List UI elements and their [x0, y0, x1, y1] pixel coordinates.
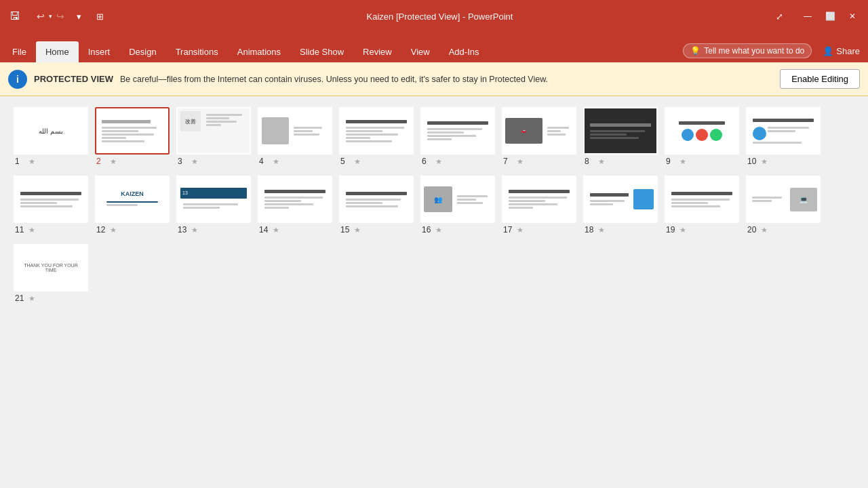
- minimize-button[interactable]: —: [797, 9, 818, 24]
- slide-meta-21: 21 ★: [14, 293, 35, 303]
- slide-item-15[interactable]: 15 ★: [339, 176, 414, 235]
- slide-item-21[interactable]: THANK YOU FOR YOURTIME 21 ★: [14, 244, 88, 303]
- slide-thumb-9: [665, 107, 739, 155]
- slide-item-12[interactable]: KAIZEN 12 ★: [95, 176, 170, 235]
- tab-transitions[interactable]: Transitions: [166, 41, 228, 62]
- slide-thumb-13: 13: [176, 176, 251, 223]
- slide-item-5[interactable]: 5 ★: [339, 107, 414, 166]
- title-bar-right: ⤢ — ⬜ ✕: [770, 9, 863, 24]
- slide-item-14[interactable]: 14 ★: [258, 176, 332, 235]
- undo-dropdown[interactable]: ▾: [49, 13, 52, 20]
- share-button[interactable]: 👤 Share: [817, 44, 865, 58]
- slide-thumb-4: [258, 107, 332, 155]
- tell-me-box[interactable]: 💡 Tell me what you want to do: [683, 43, 812, 58]
- slide-meta-13: 13 ★: [176, 225, 198, 235]
- share-label: Share: [836, 46, 860, 56]
- slide-thumb-18: [583, 176, 658, 223]
- slide-thumb-10: [746, 107, 821, 155]
- tab-file[interactable]: File: [3, 41, 36, 62]
- slide-meta-18: 18 ★: [583, 225, 605, 235]
- slide-meta-9: 9 ★: [665, 157, 686, 166]
- person-icon: 👤: [823, 46, 833, 56]
- slide-item-17[interactable]: 17 ★: [502, 176, 576, 235]
- slide-meta-10: 10 ★: [746, 157, 768, 166]
- slide-meta-1: 1 ★: [14, 157, 35, 166]
- slide-item-11[interactable]: 11 ★: [14, 176, 88, 235]
- slide-thumb-17: [502, 176, 576, 223]
- slide-meta-15: 15 ★: [339, 225, 361, 235]
- slide-area: بسم الله 1 ★: [0, 96, 868, 488]
- ribbon-tabs: File Home Insert Design Transitions Anim…: [0, 33, 868, 62]
- slide-thumb-7: 🚗: [502, 107, 576, 155]
- slide-meta-11: 11 ★: [14, 225, 35, 235]
- close-button[interactable]: ✕: [842, 9, 863, 24]
- slide-thumb-19: [665, 176, 739, 223]
- enable-editing-button[interactable]: Enable Editing: [780, 69, 860, 89]
- slide-item-20[interactable]: 💻 20 ★: [746, 176, 821, 235]
- tab-view[interactable]: View: [401, 41, 439, 62]
- slide-thumb-11: [14, 176, 88, 223]
- slide-item-9[interactable]: 9 ★: [665, 107, 739, 166]
- slide-item-2[interactable]: 2 ★: [95, 107, 170, 166]
- slide-thumb-2: [95, 107, 170, 155]
- slide-meta-12: 12 ★: [95, 225, 117, 235]
- slide-thumb-5: [339, 107, 414, 155]
- slide-item-1[interactable]: بسم الله 1 ★: [14, 107, 88, 166]
- tab-home[interactable]: Home: [36, 41, 79, 62]
- slide-meta-19: 19 ★: [665, 225, 686, 235]
- slide-thumb-6: [420, 107, 495, 155]
- tab-addins[interactable]: Add-Ins: [439, 41, 489, 62]
- slide-item-8[interactable]: 8 ★: [583, 107, 658, 166]
- slide-item-13[interactable]: 13 13 ★: [176, 176, 251, 235]
- quick-access-dropdown[interactable]: ▾: [71, 9, 87, 24]
- slide-grid: بسم الله 1 ★: [14, 107, 854, 303]
- tab-design[interactable]: Design: [119, 41, 165, 62]
- slide-item-7[interactable]: 🚗 7 ★: [502, 107, 576, 166]
- slide-item-19[interactable]: 19 ★: [665, 176, 739, 235]
- title-bar: 🖫 ↩ ▾ ↪ ▾ ⊞ Kaizen [Protected View] - Po…: [0, 0, 868, 33]
- slide-meta-6: 6 ★: [420, 157, 442, 166]
- slide-meta-8: 8 ★: [583, 157, 605, 166]
- tab-animations[interactable]: Animations: [228, 41, 290, 62]
- slide-item-18[interactable]: 18 ★: [583, 176, 658, 235]
- ribbon-extra: 💡 Tell me what you want to do 👤 Share: [683, 43, 865, 62]
- slide-meta-14: 14 ★: [258, 225, 279, 235]
- slide-meta-5: 5 ★: [339, 157, 361, 166]
- title-text: Kaizen [Protected View] - PowerPoint: [367, 12, 513, 22]
- slide-item-10[interactable]: 10 ★: [746, 107, 821, 166]
- restore-button[interactable]: ⬜: [818, 9, 842, 24]
- slide-thumb-12: KAIZEN: [95, 176, 170, 223]
- slide-meta-17: 17 ★: [502, 225, 524, 235]
- slide-thumb-15: [339, 176, 414, 223]
- slide-meta-2: 2 ★: [95, 157, 117, 166]
- presentation-view-button[interactable]: ⊞: [91, 9, 109, 24]
- save-button[interactable]: 🖫: [5, 9, 24, 24]
- slide-meta-7: 7 ★: [502, 157, 524, 166]
- slide-meta-16: 16 ★: [420, 225, 442, 235]
- protected-view-bar: i PROTECTED VIEW Be careful—files from t…: [0, 62, 868, 96]
- tab-insert[interactable]: Insert: [79, 41, 120, 62]
- window-controls: — ⬜ ✕: [797, 9, 863, 24]
- tab-slideshow[interactable]: Slide Show: [290, 41, 353, 62]
- undo-button[interactable]: ↩: [34, 9, 47, 23]
- slide-item-16[interactable]: 👥 16 ★: [420, 176, 495, 235]
- slide-meta-4: 4 ★: [258, 157, 279, 166]
- slide-thumb-14: [258, 176, 332, 223]
- redo-button[interactable]: ↪: [54, 9, 67, 23]
- lightbulb-icon: 💡: [690, 46, 701, 56]
- slide-thumb-8: [583, 107, 658, 155]
- slide-item-4[interactable]: 4 ★: [258, 107, 332, 166]
- slide-thumb-16: 👥: [420, 176, 495, 223]
- slide-meta-3: 3 ★: [176, 157, 198, 166]
- slide-item-3[interactable]: 改善 3 ★: [176, 107, 251, 166]
- tell-me-text: Tell me what you want to do: [704, 46, 804, 56]
- info-letter: i: [16, 74, 19, 85]
- slide-item-6[interactable]: 6 ★: [420, 107, 495, 166]
- slide-meta-20: 20 ★: [746, 225, 768, 235]
- window-title: Kaizen [Protected View] - PowerPoint: [109, 12, 770, 22]
- tab-review[interactable]: Review: [353, 41, 401, 62]
- slide-thumb-3: 改善: [176, 107, 251, 155]
- restore-help-button[interactable]: ⤢: [770, 9, 789, 24]
- slide-thumb-21: THANK YOU FOR YOURTIME: [14, 244, 88, 291]
- slide-thumb-1: بسم الله: [14, 107, 88, 155]
